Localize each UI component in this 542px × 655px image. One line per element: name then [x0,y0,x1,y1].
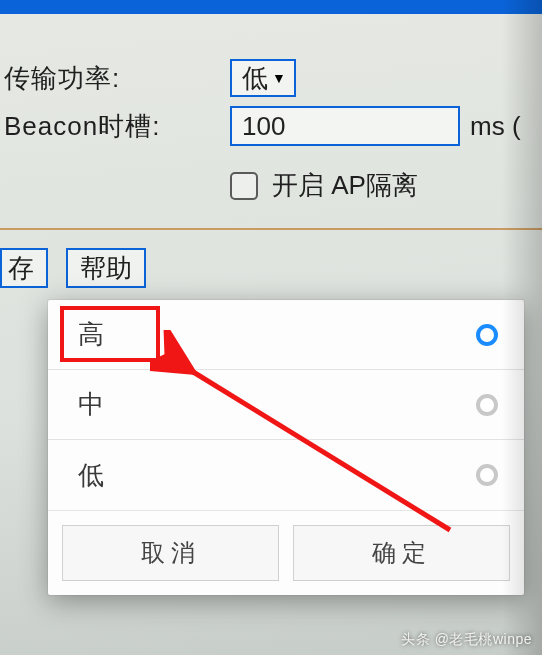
confirm-button[interactable]: 确定 [293,525,510,581]
picker-option-low[interactable]: 低 [48,440,524,510]
picker-options: 高 中 低 [48,300,524,510]
settings-panel: 传输功率: 低 ▼ Beacon时槽: ms ( 开启 AP隔离 [0,14,542,203]
button-row: 存 帮助 [0,248,146,288]
picker-option-label: 高 [78,317,104,352]
beacon-input[interactable] [230,106,460,146]
radio-selected-icon [476,324,498,346]
separator-line [0,228,542,230]
beacon-unit: ms ( [470,111,521,142]
tx-power-label: 传输功率: [0,61,230,96]
radio-unselected-icon [476,394,498,416]
ap-isolation-row: 开启 AP隔离 [230,168,542,203]
tx-power-dropdown[interactable]: 低 ▼ [230,59,296,97]
picker-option-label: 低 [78,458,104,493]
picker-actions: 取消 确定 [48,510,524,595]
tx-power-picker: 高 中 低 取消 确定 [48,300,524,595]
window-titlebar-fragment [0,0,542,14]
ap-isolation-label: 开启 AP隔离 [272,168,418,203]
watermark: 头条 @老毛桃winpe [401,631,532,649]
dropdown-caret-icon: ▼ [272,70,286,86]
tx-power-row: 传输功率: 低 ▼ [0,54,542,102]
picker-option-label: 中 [78,387,104,422]
ap-isolation-checkbox[interactable] [230,172,258,200]
save-button[interactable]: 存 [0,248,48,288]
beacon-label: Beacon时槽: [0,109,230,144]
tx-power-value: 低 [242,61,268,96]
radio-unselected-icon [476,464,498,486]
help-button[interactable]: 帮助 [66,248,146,288]
beacon-row: Beacon时槽: ms ( [0,102,542,150]
picker-option-high[interactable]: 高 [48,300,524,370]
cancel-button[interactable]: 取消 [62,525,279,581]
picker-option-mid[interactable]: 中 [48,370,524,440]
